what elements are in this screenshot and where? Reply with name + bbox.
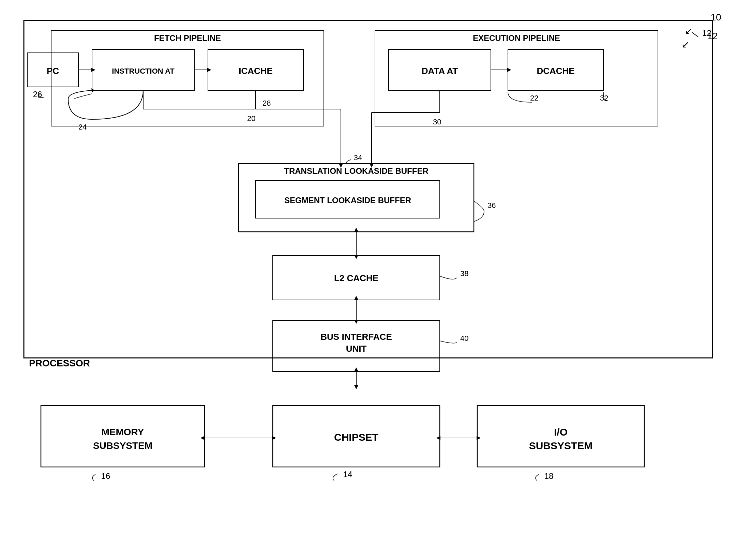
arrow-up-from-chipset xyxy=(354,367,358,372)
memory-subsystem-label2: SUBSYSTEM xyxy=(93,440,152,451)
ref-28: 28 xyxy=(262,99,271,107)
arrow-up-tlb xyxy=(354,228,358,232)
ref-30: 30 xyxy=(433,118,441,126)
dcache-label: DCACHE xyxy=(537,66,574,76)
execution-pipeline-box xyxy=(375,31,658,126)
arrow-bus-to-chipset xyxy=(354,385,358,389)
ref-22: 22 xyxy=(530,94,538,102)
svg-marker-8 xyxy=(91,88,95,92)
tlb-label: TRANSLATION LOOKASIDE BUFFER xyxy=(284,166,429,176)
ref-24: 24 xyxy=(78,123,87,131)
io-subsystem-label2: SUBSYSTEM xyxy=(529,440,593,451)
icache-label: ICACHE xyxy=(239,66,273,76)
instruction-at-label: INSTRUCTION AT xyxy=(112,67,175,75)
ref-18: 18 xyxy=(544,471,554,481)
ref-36: 36 xyxy=(487,201,496,210)
ref-20: 20 xyxy=(247,114,255,123)
io-subsystem-label1: I/O xyxy=(554,426,568,438)
arrow-left-memory xyxy=(200,436,205,440)
arrow-pc-to-inst xyxy=(91,68,95,72)
processor-label: PROCESSOR xyxy=(29,358,90,368)
arrow-dat-to-dcache xyxy=(507,68,511,72)
arrow-right-io xyxy=(477,436,481,440)
arrow-up-bus xyxy=(354,296,358,300)
svg-line-0 xyxy=(692,32,698,37)
figure-number-arrow: ↙ xyxy=(685,26,692,36)
chipset-label: CHIPSET xyxy=(334,432,378,443)
l2cache-label: L2 CACHE xyxy=(334,273,378,283)
ref-38: 38 xyxy=(460,269,468,278)
pc-label: PC xyxy=(47,66,59,76)
arrow-inst-to-icache xyxy=(207,68,211,72)
data-at-label: DATA AT xyxy=(422,66,458,76)
diagram: 10 ↙ 12 ↙ PROCESSOR 12 FETCH PIPELINE EX… xyxy=(0,0,736,560)
arrow-right-chipset-left xyxy=(272,436,276,440)
ref-32: 32 xyxy=(600,94,608,102)
ref-34: 34 xyxy=(354,153,362,162)
ref-16: 16 xyxy=(101,471,110,481)
feedback-arrow-24 xyxy=(68,90,143,119)
ref-14: 14 xyxy=(343,470,352,479)
arrow-left-chipset-right xyxy=(436,436,440,440)
bus-interface-label2: UNIT xyxy=(346,344,367,354)
arrow-down-l2 xyxy=(354,255,358,259)
arrow-down-bus xyxy=(354,320,358,324)
bus-interface-label1: BUS INTERFACE xyxy=(320,332,392,342)
execution-pipeline-label: EXECUTION PIPELINE xyxy=(473,33,560,43)
ref-40: 40 xyxy=(460,334,468,343)
memory-subsystem-label1: MEMORY xyxy=(102,427,144,437)
figure-number-12-arrow: ↙ xyxy=(681,39,689,50)
fetch-pipeline-label: FETCH PIPELINE xyxy=(154,33,221,43)
ref-12: 12 xyxy=(702,28,711,37)
slb-label: SEGMENT LOOKASIDE BUFFER xyxy=(284,196,411,205)
